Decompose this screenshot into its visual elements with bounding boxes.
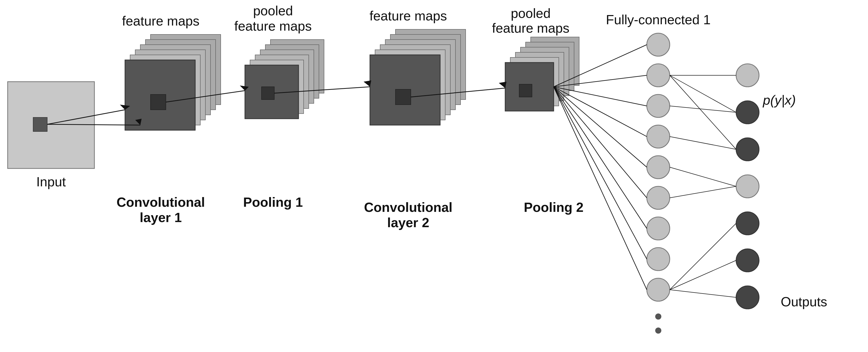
svg-rect-16 (396, 29, 466, 99)
svg-point-43 (736, 212, 759, 235)
svg-line-66 (554, 87, 647, 290)
svg-line-73 (670, 167, 736, 186)
py-x-label: p(y|x) (763, 93, 796, 108)
svg-point-47 (655, 327, 661, 333)
svg-line-76 (670, 137, 736, 149)
svg-rect-11 (260, 50, 314, 104)
conv2-label: Convolutional (364, 200, 453, 215)
svg-line-58 (554, 45, 647, 87)
svg-point-41 (736, 138, 759, 161)
svg-rect-1 (33, 117, 47, 131)
pooled-fm-1-label: pooled (253, 3, 293, 18)
conv1-label: Convolutional (117, 195, 205, 210)
svg-line-74 (670, 186, 736, 198)
svg-line-65 (554, 87, 647, 259)
svg-rect-28 (505, 62, 554, 111)
svg-line-75 (670, 106, 736, 112)
svg-line-49 (47, 124, 140, 125)
svg-rect-2 (151, 34, 221, 105)
svg-line-60 (554, 87, 647, 106)
svg-rect-4 (140, 45, 211, 115)
svg-point-45 (736, 286, 759, 309)
svg-point-38 (647, 278, 670, 301)
pooled-fm-2-label2: feature maps (492, 21, 569, 35)
svg-rect-25 (521, 47, 569, 96)
svg-rect-8 (151, 94, 166, 110)
svg-rect-14 (245, 65, 299, 119)
svg-rect-6 (130, 55, 200, 125)
svg-rect-24 (526, 42, 574, 91)
feature-maps-1-label: feature maps (122, 13, 199, 28)
outputs-label: Outputs (781, 294, 827, 309)
svg-point-37 (647, 247, 670, 270)
svg-rect-5 (135, 50, 206, 120)
svg-line-56 (411, 88, 505, 97)
svg-line-63 (554, 87, 647, 198)
svg-point-42 (736, 175, 759, 198)
conv2-label2: layer 2 (387, 215, 429, 230)
svg-rect-17 (391, 34, 461, 105)
svg-rect-15 (261, 87, 274, 99)
svg-line-64 (554, 87, 647, 229)
svg-point-31 (647, 64, 670, 87)
svg-rect-26 (516, 52, 564, 101)
fc1-label: Fully-connected 1 (606, 12, 711, 27)
svg-line-59 (554, 75, 647, 87)
conv1-label2: layer 1 (140, 210, 182, 225)
pooled-fm-2-label: pooled (511, 6, 551, 21)
svg-rect-10 (265, 45, 319, 98)
svg-rect-13 (250, 60, 304, 114)
svg-rect-29 (519, 84, 532, 97)
svg-marker-55 (364, 80, 371, 87)
svg-rect-7 (125, 60, 195, 130)
svg-rect-12 (255, 55, 309, 109)
svg-line-61 (554, 87, 647, 137)
svg-line-48 (47, 110, 125, 124)
svg-point-46 (655, 314, 661, 320)
svg-line-68 (670, 75, 736, 112)
svg-point-32 (647, 94, 670, 117)
svg-point-34 (647, 156, 670, 179)
svg-rect-20 (375, 50, 445, 120)
svg-line-52 (166, 91, 245, 102)
svg-point-35 (647, 186, 670, 209)
svg-rect-27 (510, 57, 559, 106)
svg-point-39 (736, 64, 759, 87)
input-label: Input (36, 174, 66, 189)
svg-marker-57 (499, 82, 506, 88)
svg-point-44 (736, 249, 759, 272)
diagram-svg: Input feature maps Convolutional layer 1… (0, 0, 868, 352)
svg-line-69 (670, 75, 736, 149)
svg-rect-23 (531, 37, 579, 86)
svg-line-71 (670, 260, 736, 290)
svg-line-54 (274, 87, 370, 93)
pooling2-label: Pooling 2 (524, 200, 584, 215)
svg-rect-19 (380, 45, 450, 115)
feature-maps-2-label: feature maps (369, 8, 447, 23)
svg-marker-53 (240, 86, 249, 91)
svg-marker-51 (135, 119, 142, 125)
svg-point-36 (647, 217, 670, 240)
svg-line-70 (670, 290, 736, 297)
svg-marker-50 (120, 105, 130, 110)
svg-point-33 (647, 125, 670, 148)
cnn-diagram: Input feature maps Convolutional layer 1… (0, 0, 868, 352)
svg-rect-3 (146, 39, 216, 110)
svg-rect-22 (396, 89, 411, 105)
svg-rect-9 (271, 39, 324, 93)
svg-rect-18 (385, 39, 456, 110)
pooling1-label: Pooling 1 (243, 195, 303, 210)
pooled-fm-1-label2: feature maps (234, 19, 312, 33)
svg-point-30 (647, 33, 670, 56)
svg-line-62 (554, 87, 647, 167)
svg-rect-0 (8, 82, 94, 169)
svg-point-40 (736, 101, 759, 124)
svg-line-72 (670, 223, 736, 290)
svg-rect-21 (370, 55, 440, 125)
